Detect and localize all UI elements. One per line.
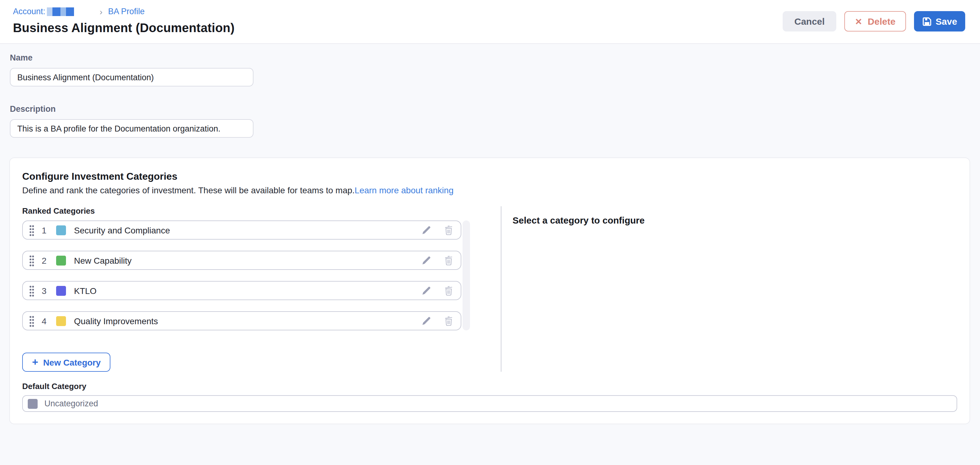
default-category-label: Default Category bbox=[22, 382, 957, 391]
breadcrumb-ba-profile[interactable]: BA Profile bbox=[108, 7, 145, 16]
name-label: Name bbox=[10, 53, 980, 62]
trash-icon bbox=[444, 225, 453, 235]
plus-icon: + bbox=[32, 356, 38, 367]
account-name-redacted bbox=[46, 7, 74, 16]
new-category-button[interactable]: + New Category bbox=[22, 353, 111, 372]
description-field-group: Description bbox=[10, 104, 980, 138]
breadcrumb-account-label[interactable]: Account: bbox=[13, 7, 45, 16]
drag-handle-icon[interactable] bbox=[29, 224, 35, 236]
ranked-list-scrollbar[interactable] bbox=[463, 221, 470, 331]
card-subtitle-text: Define and rank the categories of invest… bbox=[22, 185, 355, 195]
category-detail-panel: Select a category to configure bbox=[501, 206, 957, 372]
pencil-icon bbox=[422, 256, 431, 265]
delete-category-button[interactable] bbox=[444, 316, 453, 326]
ranked-categories-list: 1 Security and Compliance bbox=[22, 221, 470, 331]
delete-category-button[interactable] bbox=[444, 285, 453, 296]
category-row[interactable]: 4 Quality Improvements bbox=[22, 311, 461, 331]
ranked-categories-label: Ranked Categories bbox=[22, 206, 482, 216]
edit-category-button[interactable] bbox=[422, 225, 431, 235]
cancel-button[interactable]: Cancel bbox=[783, 11, 836, 32]
pencil-icon bbox=[422, 225, 431, 235]
category-rank: 3 bbox=[41, 286, 48, 296]
header-actions: Cancel ✕ Delete Save bbox=[783, 11, 965, 32]
delete-button-label: Delete bbox=[868, 16, 896, 27]
save-button-label: Save bbox=[935, 16, 957, 27]
delete-button[interactable]: ✕ Delete bbox=[844, 11, 906, 32]
trash-icon bbox=[444, 316, 453, 326]
trash-icon bbox=[444, 285, 453, 296]
edit-category-button[interactable] bbox=[422, 316, 431, 326]
drag-handle-icon[interactable] bbox=[29, 315, 35, 327]
category-row[interactable]: 3 KTLO bbox=[22, 281, 461, 300]
chevron-right-icon: › bbox=[100, 7, 102, 16]
drag-handle-icon[interactable] bbox=[29, 255, 35, 267]
config-body: Ranked Categories 1 Security and Complia… bbox=[22, 206, 957, 372]
category-color-swatch bbox=[56, 286, 66, 296]
page: Account: › BA Profile Business Alignment… bbox=[0, 0, 980, 465]
default-category-name: Uncategorized bbox=[45, 399, 98, 408]
category-rank: 2 bbox=[41, 255, 48, 265]
default-category-color-swatch bbox=[28, 399, 38, 409]
edit-category-button[interactable] bbox=[422, 256, 431, 265]
name-input[interactable] bbox=[10, 68, 253, 86]
card-subtitle: Define and rank the categories of invest… bbox=[22, 185, 957, 196]
category-name: New Capability bbox=[74, 255, 132, 265]
pencil-icon bbox=[422, 286, 431, 295]
category-color-swatch bbox=[56, 225, 66, 235]
delete-category-button[interactable] bbox=[444, 255, 453, 265]
page-header: Account: › BA Profile Business Alignment… bbox=[0, 0, 980, 44]
edit-category-button[interactable] bbox=[422, 286, 431, 295]
card-title: Configure Investment Categories bbox=[22, 171, 957, 182]
category-name: Quality Improvements bbox=[74, 316, 158, 326]
new-category-label: New Category bbox=[43, 357, 101, 367]
category-name: Security and Compliance bbox=[74, 225, 170, 235]
category-color-swatch bbox=[56, 316, 66, 326]
trash-icon bbox=[444, 255, 453, 265]
name-field-group: Name bbox=[10, 53, 980, 86]
default-category-row: Uncategorized bbox=[22, 395, 957, 412]
description-input[interactable] bbox=[10, 119, 253, 138]
category-color-swatch bbox=[56, 255, 66, 265]
save-icon bbox=[922, 16, 932, 26]
category-rank: 1 bbox=[41, 225, 48, 235]
drag-handle-icon[interactable] bbox=[29, 285, 35, 297]
delete-category-button[interactable] bbox=[444, 225, 453, 235]
pencil-icon bbox=[422, 316, 431, 326]
learn-more-link[interactable]: Learn more about ranking bbox=[355, 185, 453, 195]
category-row[interactable]: 2 New Capability bbox=[22, 251, 461, 270]
category-row[interactable]: 1 Security and Compliance bbox=[22, 221, 461, 240]
category-name: KTLO bbox=[74, 286, 97, 296]
ranked-categories-panel: Ranked Categories 1 Security and Complia… bbox=[22, 206, 482, 372]
category-rank: 4 bbox=[41, 316, 48, 326]
close-icon: ✕ bbox=[855, 17, 862, 26]
main-content: Name Description Configure Investment Ca… bbox=[0, 44, 980, 424]
configure-categories-card: Configure Investment Categories Define a… bbox=[9, 157, 970, 424]
empty-state-text: Select a category to configure bbox=[512, 215, 957, 225]
save-button[interactable]: Save bbox=[914, 11, 965, 32]
description-label: Description bbox=[10, 104, 980, 113]
